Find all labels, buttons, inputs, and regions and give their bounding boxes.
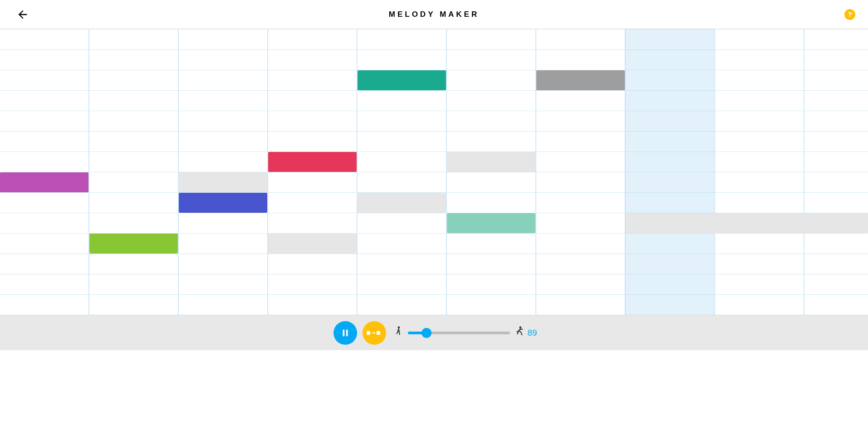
note-cell[interactable] [268,234,357,254]
arrow-left-icon [16,8,29,21]
grid-col-line [88,29,89,315]
play-pause-button[interactable] [333,321,357,345]
note-grid[interactable] [0,29,868,315]
note-cell[interactable] [447,213,535,233]
footer: 89 [0,315,868,350]
note-cell[interactable] [626,213,868,233]
send-to-icon [367,330,382,336]
svg-rect-3 [377,331,380,335]
grid-col-line [714,29,715,315]
note-cell[interactable] [179,172,267,192]
grid-row-line [0,172,868,172]
grid-col-line [804,29,804,315]
pause-icon [340,328,350,338]
header: MELODY MAKER ? [0,0,868,29]
svg-rect-0 [343,329,345,336]
grid-col-line [446,29,447,315]
grid-row-line [0,151,868,152]
svg-point-4 [398,326,400,328]
grid-row-line [0,274,868,274]
tempo-control: 89 [393,326,537,340]
help-button[interactable]: ? [844,9,855,20]
page-title: MELODY MAKER [389,10,479,19]
playhead-column [625,29,714,315]
help-icon: ? [848,10,852,18]
grid-col-line [267,29,268,315]
tempo-slider-thumb[interactable] [422,328,432,338]
grid-row-line [0,111,868,111]
note-cell[interactable] [89,234,178,254]
grid-row-line [0,294,868,295]
svg-rect-2 [367,331,370,335]
bpm-value: 89 [527,328,537,338]
grid-row-line [0,131,868,132]
grid-col-line [178,29,179,315]
note-cell[interactable] [268,152,357,172]
note-cell[interactable] [536,70,625,90]
grid-row-line [0,90,868,91]
grid-row-line [0,49,868,50]
walk-icon [393,326,403,340]
note-cell[interactable] [179,193,267,213]
tempo-slider-track[interactable] [408,332,510,334]
note-cell[interactable] [358,70,446,90]
back-button[interactable] [14,5,32,24]
send-to-button[interactable] [363,321,386,345]
grid-row-line [0,254,868,254]
note-cell[interactable] [0,172,88,192]
svg-rect-1 [346,329,348,336]
grid-row-line [0,29,868,29]
note-cell[interactable] [358,193,446,213]
note-cell[interactable] [447,152,535,172]
run-icon [515,326,525,340]
svg-point-5 [520,326,522,328]
